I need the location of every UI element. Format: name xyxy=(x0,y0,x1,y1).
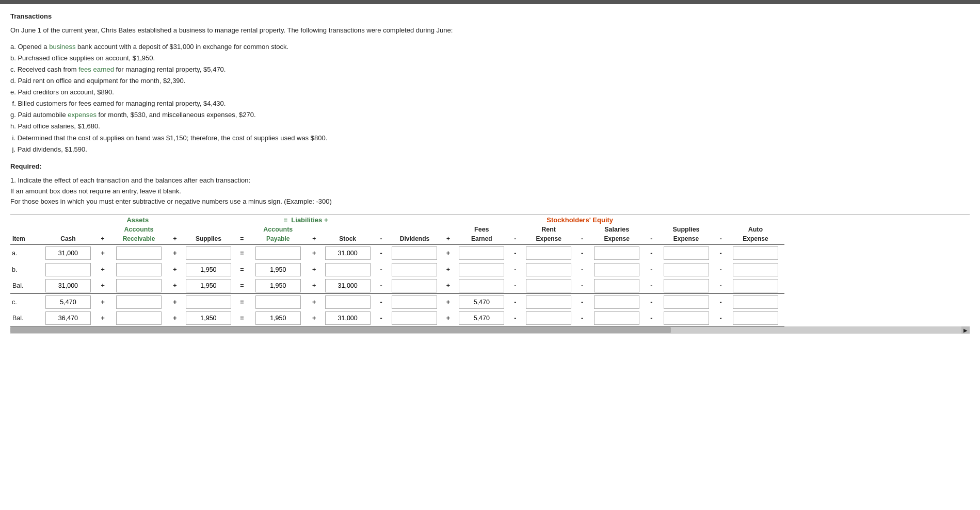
input-rent-expense[interactable] xyxy=(526,246,571,260)
cell-auto-expense[interactable] xyxy=(727,310,784,326)
input-auto-expense[interactable] xyxy=(733,311,778,325)
cell-salaries-expense[interactable] xyxy=(588,294,646,311)
input-dividends[interactable] xyxy=(392,295,437,309)
cell-accounts-receivable[interactable] xyxy=(108,294,169,311)
cell-accounts-receivable[interactable] xyxy=(108,310,169,326)
input-accounts-payable[interactable] xyxy=(255,311,301,325)
input-supplies[interactable] xyxy=(186,295,231,309)
input-fees-earned[interactable] xyxy=(459,295,504,309)
input-accounts-receivable[interactable] xyxy=(116,279,162,292)
input-rent-expense[interactable] xyxy=(526,295,571,309)
input-dividends[interactable] xyxy=(392,263,437,276)
cell-fees-earned[interactable] xyxy=(454,261,509,278)
input-rent-expense[interactable] xyxy=(526,263,571,276)
cell-accounts-payable[interactable] xyxy=(248,310,309,326)
cell-supplies-expense[interactable] xyxy=(657,261,715,278)
cell-supplies[interactable] xyxy=(181,294,236,311)
cell-supplies-expense[interactable] xyxy=(657,245,715,262)
input-cash[interactable] xyxy=(45,263,91,276)
input-auto-expense[interactable] xyxy=(733,295,778,309)
input-cash[interactable] xyxy=(45,279,91,292)
cell-salaries-expense[interactable] xyxy=(588,245,646,262)
input-common-stock[interactable] xyxy=(325,279,371,292)
cell-supplies-expense[interactable] xyxy=(657,278,715,294)
cell-accounts-payable[interactable] xyxy=(248,294,309,311)
cell-dividends[interactable] xyxy=(387,310,442,326)
input-fees-earned[interactable] xyxy=(459,311,504,325)
input-accounts-payable[interactable] xyxy=(255,279,301,292)
cell-fees-earned[interactable] xyxy=(454,310,509,326)
cell-rent-expense[interactable] xyxy=(521,278,576,294)
cell-cash[interactable] xyxy=(39,310,97,326)
input-common-stock[interactable] xyxy=(325,246,371,260)
cell-auto-expense[interactable] xyxy=(727,294,784,311)
input-common-stock[interactable] xyxy=(325,295,371,309)
input-accounts-receivable[interactable] xyxy=(116,263,162,276)
input-supplies[interactable] xyxy=(186,246,231,260)
cell-salaries-expense[interactable] xyxy=(588,310,646,326)
cell-salaries-expense[interactable] xyxy=(588,261,646,278)
cell-common-stock[interactable] xyxy=(320,245,375,262)
cell-common-stock[interactable] xyxy=(320,310,375,326)
input-salaries-expense[interactable] xyxy=(594,295,639,309)
cell-common-stock[interactable] xyxy=(320,261,375,278)
input-dividends[interactable] xyxy=(392,246,437,260)
cell-cash[interactable] xyxy=(39,294,97,311)
input-cash[interactable] xyxy=(45,295,91,309)
cell-accounts-receivable[interactable] xyxy=(108,261,169,278)
input-fees-earned[interactable] xyxy=(459,246,504,260)
cell-rent-expense[interactable] xyxy=(521,245,576,262)
input-supplies-expense[interactable] xyxy=(664,246,709,260)
input-accounts-receivable[interactable] xyxy=(116,295,162,309)
cell-cash[interactable] xyxy=(39,278,97,294)
cell-rent-expense[interactable] xyxy=(521,294,576,311)
input-supplies[interactable] xyxy=(186,279,231,292)
input-accounts-payable[interactable] xyxy=(255,295,301,309)
scroll-right-arrow[interactable]: ▶ xyxy=(961,326,970,334)
input-supplies[interactable] xyxy=(186,263,231,276)
cell-fees-earned[interactable] xyxy=(454,278,509,294)
input-cash[interactable] xyxy=(45,311,91,325)
input-cash[interactable] xyxy=(45,246,91,260)
input-accounts-payable[interactable] xyxy=(255,263,301,276)
cell-salaries-expense[interactable] xyxy=(588,278,646,294)
cell-rent-expense[interactable] xyxy=(521,310,576,326)
input-salaries-expense[interactable] xyxy=(594,311,639,325)
cell-supplies[interactable] xyxy=(181,261,236,278)
cell-accounts-payable[interactable] xyxy=(248,245,309,262)
input-supplies-expense[interactable] xyxy=(664,295,709,309)
input-supplies[interactable] xyxy=(186,311,231,325)
input-rent-expense[interactable] xyxy=(526,279,571,292)
scrollbar-thumb[interactable] xyxy=(10,327,671,333)
cell-rent-expense[interactable] xyxy=(521,261,576,278)
cell-supplies-expense[interactable] xyxy=(657,294,715,311)
input-auto-expense[interactable] xyxy=(733,246,778,260)
input-auto-expense[interactable] xyxy=(733,263,778,276)
cell-cash[interactable] xyxy=(39,261,97,278)
cell-accounts-payable[interactable] xyxy=(248,261,309,278)
cell-supplies[interactable] xyxy=(181,310,236,326)
input-dividends[interactable] xyxy=(392,279,437,292)
input-accounts-payable[interactable] xyxy=(255,246,301,260)
horizontal-scrollbar[interactable]: ▶ xyxy=(10,326,970,334)
cell-dividends[interactable] xyxy=(387,294,442,311)
input-salaries-expense[interactable] xyxy=(594,263,639,276)
cell-common-stock[interactable] xyxy=(320,294,375,311)
input-supplies-expense[interactable] xyxy=(664,279,709,292)
cell-dividends[interactable] xyxy=(387,261,442,278)
input-common-stock[interactable] xyxy=(325,311,371,325)
cell-supplies[interactable] xyxy=(181,245,236,262)
cell-auto-expense[interactable] xyxy=(727,278,784,294)
input-fees-earned[interactable] xyxy=(459,279,504,292)
cell-supplies-expense[interactable] xyxy=(657,310,715,326)
input-supplies-expense[interactable] xyxy=(664,311,709,325)
cell-accounts-receivable[interactable] xyxy=(108,278,169,294)
input-accounts-receivable[interactable] xyxy=(116,311,162,325)
cell-accounts-payable[interactable] xyxy=(248,278,309,294)
input-rent-expense[interactable] xyxy=(526,311,571,325)
input-fees-earned[interactable] xyxy=(459,263,504,276)
input-common-stock[interactable] xyxy=(325,263,371,276)
cell-accounts-receivable[interactable] xyxy=(108,245,169,262)
input-accounts-receivable[interactable] xyxy=(116,246,162,260)
cell-dividends[interactable] xyxy=(387,245,442,262)
